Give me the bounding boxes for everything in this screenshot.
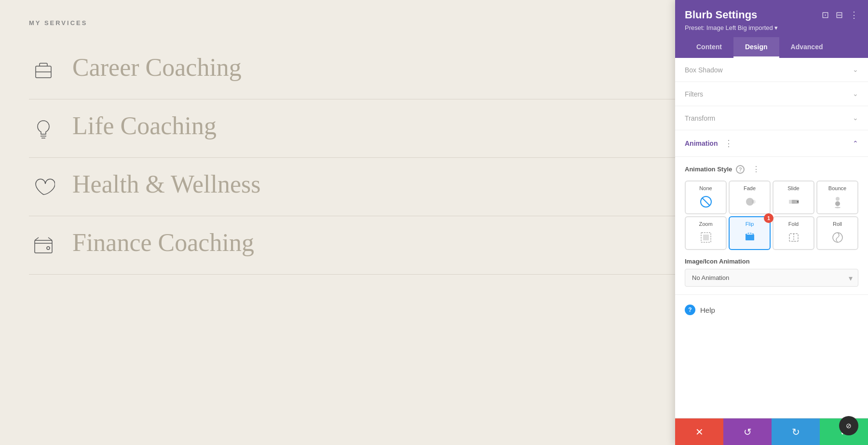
service-title-life: Life Coaching — [72, 111, 217, 140]
section-filters[interactable]: Filters ⌄ — [675, 82, 868, 106]
responsive-icon[interactable]: ⊡ — [822, 10, 829, 20]
settings-panel: Blurb Settings ⊡ ⊟ ⋮ Preset: Image Left … — [675, 0, 868, 445]
anim-icon-bounce — [830, 194, 845, 209]
anim-label-bounce: Bounce — [828, 185, 846, 191]
tab-advanced[interactable]: Advanced — [779, 37, 835, 58]
cancel-button[interactable]: ✕ — [675, 418, 723, 445]
service-title-finance: Finance Coaching — [72, 228, 254, 257]
reset-button[interactable]: ↺ — [723, 418, 772, 445]
anim-option-fade[interactable]: Fade — [729, 181, 771, 214]
image-anim-select[interactable]: No Animation Fade Slide Bounce Zoom Flip… — [685, 269, 858, 287]
svg-rect-4 — [35, 240, 52, 253]
section-box-shadow[interactable]: Box Shadow ⌄ — [675, 58, 868, 82]
help-circle-icon: ? — [685, 305, 695, 315]
tab-content[interactable]: Content — [685, 37, 733, 58]
svg-point-9 — [752, 200, 756, 204]
anim-icon-fold — [786, 230, 801, 245]
image-anim-label: Image/Icon Animation — [685, 258, 858, 265]
service-title-career: Career Coaching — [72, 53, 242, 82]
anim-label-flip: Flip — [746, 221, 754, 227]
anim-icon-flip — [742, 230, 758, 245]
redo-button[interactable]: ↻ — [772, 418, 820, 445]
animation-style-help-icon[interactable]: ? — [736, 165, 745, 174]
animation-style-more-icon[interactable]: ⋮ — [752, 165, 760, 174]
section-transform[interactable]: Transform ⌄ — [675, 106, 868, 130]
panel-title-icons: ⊡ ⊟ ⋮ — [822, 10, 858, 20]
animation-style-label: Animation Style — [685, 166, 732, 173]
action-bar: ✕ ↺ ↻ ✓ — [675, 418, 868, 445]
svg-rect-15 — [703, 235, 709, 240]
animation-grid: None Fade Slide Bounce Zoom 1 Flip Fold … — [685, 181, 858, 250]
briefcase-icon — [29, 56, 58, 84]
anim-icon-slide — [786, 194, 801, 209]
box-shadow-chevron: ⌄ — [853, 66, 858, 74]
svg-point-14 — [835, 207, 841, 209]
panel-tabs: Content Design Advanced — [685, 37, 858, 58]
help-text: Help — [700, 306, 715, 314]
panel-preset[interactable]: Preset: Image Left Big imported ▾ — [685, 24, 858, 31]
lightbulb-icon — [29, 114, 58, 143]
anim-icon-fade — [742, 194, 758, 209]
section-animation-header[interactable]: Animation ⋮ ⌃ — [675, 130, 868, 157]
panel-title-row: Blurb Settings ⊡ ⊟ ⋮ — [685, 9, 858, 21]
anim-label-fade: Fade — [744, 185, 756, 191]
anim-label-fold: Fold — [788, 221, 799, 227]
anim-option-roll[interactable]: Roll — [816, 216, 858, 250]
anim-option-zoom[interactable]: Zoom — [685, 216, 727, 250]
box-shadow-label: Box Shadow — [685, 66, 723, 74]
image-anim-row: Image/Icon Animation No Animation Fade S… — [685, 258, 858, 287]
transform-chevron: ⌄ — [853, 114, 858, 122]
heart-icon — [29, 172, 58, 201]
anim-label-slide: Slide — [787, 185, 799, 191]
anim-option-bounce[interactable]: Bounce — [816, 181, 858, 214]
animation-more-icon[interactable]: ⋮ — [724, 138, 733, 149]
panel-title: Blurb Settings — [685, 9, 757, 21]
image-anim-select-wrapper: No Animation Fade Slide Bounce Zoom Flip… — [685, 269, 858, 287]
svg-point-5 — [47, 247, 50, 250]
transform-label: Transform — [685, 114, 715, 122]
anim-icon-roll — [830, 230, 845, 245]
animation-body: Animation Style ? ⋮ None Fade Slide Boun… — [675, 157, 868, 295]
panel-header: Blurb Settings ⊡ ⊟ ⋮ Preset: Image Left … — [675, 0, 868, 58]
anim-badge-flip: 1 — [764, 213, 773, 223]
animation-label: Animation — [685, 139, 718, 147]
anim-option-none[interactable]: None — [685, 181, 727, 214]
anim-option-flip[interactable]: 1 Flip — [729, 216, 771, 250]
filters-label: Filters — [685, 90, 703, 98]
dark-circle-button[interactable]: ⊘ — [839, 416, 858, 435]
anim-option-slide[interactable]: Slide — [773, 181, 814, 214]
anim-icon-none — [698, 194, 714, 209]
more-icon[interactable]: ⋮ — [850, 10, 858, 20]
svg-point-13 — [835, 201, 840, 206]
animation-chevron: ⌃ — [853, 139, 858, 148]
wallet-icon — [29, 231, 58, 260]
layout-icon[interactable]: ⊟ — [836, 10, 843, 20]
anim-label-zoom: Zoom — [699, 221, 712, 227]
filters-chevron: ⌄ — [853, 90, 858, 98]
anim-label-none: None — [699, 185, 712, 191]
panel-body: Box Shadow ⌄ Filters ⌄ Transform ⌄ Anima… — [675, 58, 868, 418]
service-title-health: Health & Wellness — [72, 170, 261, 198]
help-section[interactable]: ? Help — [675, 295, 868, 325]
animation-style-row: Animation Style ? ⋮ — [685, 165, 858, 174]
svg-line-7 — [702, 198, 710, 206]
svg-point-12 — [836, 197, 840, 201]
anim-option-fold[interactable]: Fold — [773, 216, 814, 250]
svg-rect-17 — [746, 235, 754, 240]
anim-icon-zoom — [698, 230, 714, 245]
tab-design[interactable]: Design — [733, 37, 779, 58]
anim-label-roll: Roll — [833, 221, 842, 227]
